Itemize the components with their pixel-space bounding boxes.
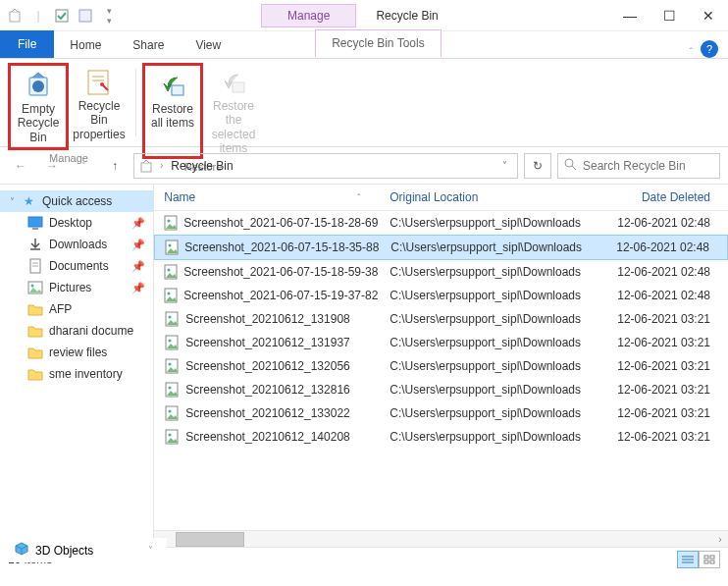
image-file-icon bbox=[164, 264, 178, 280]
nav-back-button: ← bbox=[8, 153, 33, 179]
nav-up-button[interactable]: ↑ bbox=[102, 153, 128, 179]
svg-rect-0 bbox=[10, 12, 20, 22]
file-location: C:\Users\erpsupport_sipl\Downloads bbox=[380, 404, 605, 422]
tab-home[interactable]: Home bbox=[54, 32, 117, 58]
file-row[interactable]: Screenshot_20210612_133022C:\Users\erpsu… bbox=[154, 401, 728, 425]
breadcrumb-sep-icon[interactable]: › bbox=[160, 160, 163, 171]
file-row[interactable]: Screenshot_2021-06-07-15-18-28-69C:\User… bbox=[154, 211, 728, 235]
content-area: ˅ ★ Quick access Desktop 📌 Downloads 📌 D… bbox=[0, 185, 728, 547]
nav-recent-dropdown[interactable]: ˅ bbox=[71, 153, 96, 179]
close-button[interactable]: ✕ bbox=[689, 1, 728, 30]
documents-icon bbox=[27, 258, 43, 274]
downloads-icon bbox=[27, 237, 43, 252]
file-name: Screenshot_2021-06-07-15-18-35-88 bbox=[184, 240, 379, 254]
file-row[interactable]: Screenshot_20210612_131908C:\Users\erpsu… bbox=[154, 307, 728, 331]
search-box[interactable] bbox=[557, 153, 720, 179]
view-details-button[interactable] bbox=[677, 551, 699, 568]
sidebar-quick-access[interactable]: ˅ ★ Quick access bbox=[0, 190, 153, 212]
scroll-thumb[interactable] bbox=[176, 532, 244, 547]
column-name[interactable]: Nameˆ bbox=[154, 188, 380, 206]
file-date: 12-06-2021 03:21 bbox=[605, 310, 728, 328]
file-date: 12-06-2021 02:48 bbox=[605, 287, 728, 304]
restore-selected-icon bbox=[218, 66, 249, 97]
maximize-button[interactable]: ☐ bbox=[650, 1, 689, 30]
view-large-icons-button[interactable] bbox=[699, 551, 720, 568]
svg-rect-46 bbox=[710, 556, 714, 559]
sidebar-documents[interactable]: Documents 📌 bbox=[0, 255, 153, 277]
sidebar-downloads[interactable]: Downloads 📌 bbox=[0, 234, 153, 255]
qat-item-icon[interactable] bbox=[77, 7, 94, 25]
address-dropdown-icon[interactable]: ˅ bbox=[496, 160, 513, 171]
svg-rect-11 bbox=[141, 163, 151, 172]
horizontal-scrollbar[interactable]: ‹ › bbox=[154, 530, 728, 547]
refresh-button[interactable]: ↻ bbox=[524, 153, 551, 179]
svg-point-35 bbox=[169, 363, 172, 366]
folder-icon bbox=[27, 345, 43, 360]
column-original-location[interactable]: Original Location bbox=[380, 188, 605, 206]
recycle-bin-icon bbox=[6, 7, 24, 25]
file-row[interactable]: Screenshot_2021-06-07-15-18-59-38C:\User… bbox=[154, 260, 728, 284]
file-row[interactable]: Screenshot_20210612_132816C:\Users\erpsu… bbox=[154, 378, 728, 401]
svg-point-39 bbox=[169, 410, 172, 413]
sidebar-dharani[interactable]: dharani docume bbox=[0, 320, 153, 342]
file-row[interactable]: Screenshot_20210612_131937C:\Users\erpsu… bbox=[154, 331, 728, 354]
search-input[interactable] bbox=[583, 159, 713, 173]
tab-view[interactable]: View bbox=[180, 32, 236, 58]
collapse-ribbon-icon[interactable]: ˆ bbox=[690, 47, 693, 58]
breadcrumb-current[interactable]: Recycle Bin bbox=[169, 159, 234, 173]
restore-all-button[interactable]: Restore all items bbox=[142, 63, 203, 159]
tab-recycle-bin-tools[interactable]: Recycle Bin Tools bbox=[315, 29, 442, 58]
svg-point-37 bbox=[169, 387, 172, 390]
restore-selected-button: Restore the selected items bbox=[203, 63, 264, 159]
qat-checkbox-icon[interactable] bbox=[53, 7, 71, 25]
sort-asc-icon: ˆ bbox=[357, 192, 360, 202]
search-icon bbox=[564, 158, 577, 174]
file-row[interactable]: Screenshot_2021-06-07-15-19-37-82C:\User… bbox=[154, 284, 728, 307]
sidebar-sme[interactable]: sme inventory bbox=[0, 363, 153, 385]
sidebar-3d-objects[interactable]: 3D Objects ˅ bbox=[0, 538, 167, 562]
sidebar-desktop[interactable]: Desktop 📌 bbox=[0, 212, 153, 234]
empty-recycle-bin-button[interactable]: Empty Recycle Bin bbox=[8, 63, 69, 150]
minimize-button[interactable]: — bbox=[610, 1, 650, 30]
folder-icon bbox=[27, 366, 43, 382]
column-date-deleted[interactable]: Date Deleted bbox=[605, 188, 728, 206]
file-name: Screenshot_2021-06-07-15-18-28-69 bbox=[183, 216, 378, 230]
pictures-icon bbox=[27, 280, 43, 295]
nav-forward-button: → bbox=[39, 153, 65, 179]
tab-share[interactable]: Share bbox=[117, 32, 180, 58]
image-file-icon bbox=[164, 429, 180, 445]
qat-dropdown-icon[interactable]: ▾▾ bbox=[100, 7, 118, 25]
window-title: Recycle Bin bbox=[376, 9, 438, 23]
svg-line-13 bbox=[572, 166, 576, 170]
file-row[interactable]: Screenshot_20210612_140208C:\Users\erpsu… bbox=[154, 425, 728, 449]
ribbon-context-tab: Manage bbox=[261, 4, 356, 27]
help-button[interactable]: ? bbox=[701, 40, 718, 58]
svg-point-41 bbox=[169, 434, 172, 437]
svg-rect-2 bbox=[79, 10, 91, 22]
svg-rect-14 bbox=[28, 217, 42, 227]
file-list-pane: Nameˆ Original Location Date Deleted Scr… bbox=[154, 185, 728, 547]
recycle-bin-properties-button[interactable]: Recycle Bin properties bbox=[69, 63, 130, 150]
sidebar-review[interactable]: review files bbox=[0, 342, 153, 363]
ribbon-group-restore: Restore all items Restore the selected i… bbox=[140, 63, 266, 142]
sidebar-pictures[interactable]: Pictures 📌 bbox=[0, 277, 153, 298]
image-file-icon bbox=[164, 335, 180, 350]
file-location: C:\Users\erpsupport_sipl\Downloads bbox=[380, 334, 605, 351]
scroll-right-icon[interactable]: › bbox=[712, 534, 728, 545]
file-location: C:\Users\erpsupport_sipl\Downloads bbox=[380, 214, 605, 232]
titlebar: | ▾▾ Manage Recycle Bin — ☐ ✕ bbox=[0, 0, 728, 31]
svg-rect-15 bbox=[32, 228, 38, 230]
file-row[interactable]: Screenshot_20210612_132056C:\Users\erpsu… bbox=[154, 354, 728, 378]
sidebar-scroll-down-icon[interactable]: ˅ bbox=[148, 545, 153, 556]
file-name: Screenshot_20210612_140208 bbox=[185, 430, 349, 444]
sidebar-afp[interactable]: AFP bbox=[0, 298, 153, 320]
address-bar[interactable]: › Recycle Bin ˅ bbox=[133, 153, 518, 179]
tab-file[interactable]: File bbox=[0, 30, 54, 58]
image-file-icon bbox=[165, 240, 179, 255]
file-date: 12-06-2021 03:21 bbox=[605, 357, 728, 375]
file-row[interactable]: Screenshot_2021-06-07-15-18-35-88C:\User… bbox=[154, 235, 728, 260]
file-date: 12-06-2021 03:21 bbox=[605, 404, 728, 422]
svg-rect-9 bbox=[172, 85, 183, 95]
3d-objects-icon bbox=[14, 541, 29, 559]
file-date: 12-06-2021 02:48 bbox=[605, 263, 728, 281]
